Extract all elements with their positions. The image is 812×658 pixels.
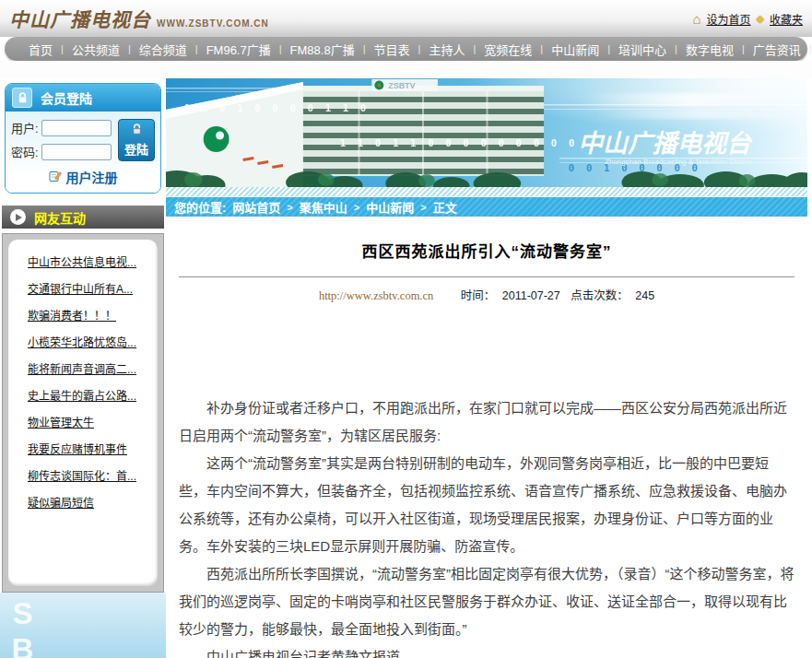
banner-binary-2: 1 1 0 1 1 0 0 0 0 0 0 0 0 0 — [340, 137, 578, 149]
breadcrumb-item-article[interactable]: 正文 — [433, 198, 457, 216]
nav-item-broadband-online[interactable]: 宽频在线 — [484, 41, 532, 58]
source-url[interactable]: http://www.zsbtv.com.cn — [319, 289, 433, 302]
nav-separator: | — [128, 43, 131, 54]
time-value: 2011-07-27 — [502, 289, 560, 302]
set-home-link[interactable]: 设为首页 — [707, 11, 751, 27]
password-label: 密码: — [11, 143, 39, 160]
main-nav: 首页| 公共频道| 综合频道| FM96.7广播| FM88.8广播| 节目表|… — [5, 37, 807, 61]
logo-text: 中山广播电视台 — [9, 5, 151, 32]
article-body: 补办身份证或者迁移户口，不用跑派出所，在家门口就可以完成——西区公安分局西苑派出… — [179, 394, 794, 658]
header-quicklinks: ⌂ 设为首页 ◆ 收藏夹 — [692, 11, 803, 27]
sidebar-link[interactable]: 小榄荣华北路忧悠岛... — [28, 334, 150, 352]
sidebar-link[interactable]: 能将新闻声音调高二... — [28, 360, 150, 379]
register-link[interactable]: 用户注册 — [11, 168, 155, 186]
interact-header: 网友互动 — [2, 206, 164, 229]
time-label: 时间： — [461, 289, 496, 302]
login-title: 会员登陆 — [41, 88, 92, 107]
nav-item-ad-info[interactable]: 广告资讯 — [753, 41, 801, 58]
sidebar-link[interactable]: 我要反应赌博机事件 — [28, 441, 150, 459]
nav-separator: | — [279, 43, 282, 54]
sidebar-link[interactable]: 中山市公共信息电视... — [28, 253, 150, 272]
article-paragraph: 中山广播电视台记者黄静文报道。 — [179, 643, 794, 658]
login-button-label: 登陆 — [124, 140, 148, 158]
article-paragraph: 西苑派出所所长李国撰说，“流动警务室”相比固定岗亭有很大优势，（录音）“这个移动… — [179, 560, 794, 643]
page: 中山广播电视台 WWW.ZSBTV.COM.CN ⌂ 设为首页 ◆ 收藏夹 首页… — [0, 0, 812, 658]
nav-separator: | — [607, 43, 610, 54]
nav-separator: | — [61, 43, 64, 54]
breadcrumb-item-focus[interactable]: 聚焦中山 — [300, 198, 347, 216]
breadcrumb-item-news[interactable]: 中山新闻 — [366, 198, 414, 216]
nav-separator: | — [473, 43, 476, 54]
nav-item-training-center[interactable]: 培训中心 — [618, 41, 666, 58]
sidebar-link[interactable]: 史上最牛的霸占公路... — [28, 387, 150, 405]
sidebar-link[interactable]: 物业管理太牛 — [28, 414, 150, 432]
breadcrumb-separator: > — [354, 202, 359, 213]
article-meta: http://www.zsbtv.com.cn 时间： 2011-07-27 点… — [179, 286, 794, 303]
nav-item-program-guide[interactable]: 节目表 — [374, 41, 410, 58]
site-header: 中山广播电视台 WWW.ZSBTV.COM.CN ⌂ 设为首页 ◆ 收藏夹 — [0, 0, 812, 37]
top-spacer — [0, 61, 812, 78]
article-title: 西区西苑派出所引入“流动警务室” — [179, 239, 794, 262]
hits-value: 245 — [635, 289, 654, 302]
nav-separator: | — [809, 43, 812, 54]
logo-url: WWW.ZSBTV.COM.CN — [157, 18, 269, 29]
banner-binary-1: 0 0 0 1 0 0 0 0 1 1 0 — [184, 102, 370, 114]
breadcrumb-prefix: 您的位置: — [174, 198, 226, 216]
breadcrumb-separator: > — [287, 202, 292, 213]
site-logo: 中山广播电视台 WWW.ZSBTV.COM.CN — [9, 5, 269, 32]
nav-item-fm888[interactable]: FM88.8广播 — [290, 41, 355, 58]
nav-item-zhongshan-news[interactable]: 中山新闻 — [551, 41, 599, 58]
login-body: 用户: 密码: 登陆 — [6, 112, 160, 193]
sidebar-watermark: SBT — [0, 593, 166, 658]
sidebar: 会员登陆 用户: 密码: — [0, 78, 166, 658]
login-box: 会员登陆 用户: 密码: — [5, 83, 161, 194]
password-input[interactable] — [41, 144, 112, 160]
login-button[interactable]: 登陆 — [118, 119, 155, 161]
nav-item-hosts[interactable]: 主持人 — [429, 41, 465, 58]
sidebar-links-panel: 中山市公共信息电视... 交通银行中山所有A... 欺骗消费者！！！ 小榄荣华北… — [2, 233, 164, 593]
banner-station-name-en: Zhongshan Broadcasting & Television Stat… — [605, 158, 752, 166]
nav-item-public-channel[interactable]: 公共频道 — [72, 41, 120, 58]
nav-separator: | — [418, 43, 421, 54]
building-sign-text: ZSBTV — [388, 81, 415, 90]
banner-station-name: 中山广播电视台 — [578, 129, 753, 158]
nav-item-fm967[interactable]: FM96.7广播 — [206, 41, 271, 58]
nav-item-digital-tv[interactable]: 数字电视 — [686, 41, 734, 58]
username-input[interactable] — [41, 120, 112, 136]
sidebar-link[interactable]: 疑似骗局短信 — [28, 494, 150, 512]
title-divider — [179, 276, 794, 277]
favorites-link[interactable]: 收藏夹 — [770, 11, 803, 27]
lock-icon — [12, 88, 32, 108]
wall-logo-icon — [204, 126, 229, 152]
login-header: 会员登陆 — [6, 84, 160, 112]
nav-item-home[interactable]: 首页 — [29, 41, 53, 58]
interact-title: 网友互动 — [34, 208, 86, 227]
nav-separator: | — [195, 43, 198, 54]
article-paragraph: 这两个“流动警务室”其实是两台特别研制的电动车，外观同警务岗亭相近，比一般的中巴… — [179, 450, 794, 560]
sidebar-link[interactable]: 交通银行中山所有A... — [28, 280, 150, 299]
nav-separator: | — [675, 43, 677, 54]
register-icon — [49, 170, 62, 185]
article: 西区西苑派出所引入“流动警务室” http://www.zsbtv.com.cn… — [166, 217, 807, 658]
nav-separator: | — [540, 43, 543, 54]
diamond-icon: ◆ — [757, 13, 764, 25]
sidebar-link[interactable]: 柳传志谈国际化：首... — [28, 467, 150, 486]
banner-image: ZSBTV 0 0 0 — [166, 78, 807, 187]
nav-item-general-channel[interactable]: 综合频道 — [139, 41, 187, 58]
breadcrumb-item-home[interactable]: 网站首页 — [232, 198, 280, 216]
nav-separator: | — [363, 43, 366, 54]
hatch-divider — [166, 187, 807, 196]
watermark-text: SBT — [0, 593, 41, 658]
breadcrumb-separator: > — [420, 202, 426, 213]
article-paragraph: 补办身份证或者迁移户口，不用跑派出所，在家门口就可以完成——西区公安分局西苑派出… — [179, 394, 794, 450]
sidebar-link[interactable]: 欺骗消费者！！！ — [28, 307, 150, 325]
login-button-lock-icon — [131, 123, 143, 138]
register-label: 用户注册 — [66, 168, 118, 186]
breadcrumb: 您的位置: 网站首页 > 聚焦中山 > 中山新闻 > 正文 — [166, 196, 807, 217]
home-icon: ⌂ — [692, 12, 700, 26]
banner-building: ZSBTV — [301, 79, 544, 176]
arrow-icon — [10, 209, 26, 225]
username-label: 用户: — [11, 119, 39, 136]
nav-separator: | — [742, 43, 745, 54]
hits-label: 点击次数： — [571, 289, 629, 302]
